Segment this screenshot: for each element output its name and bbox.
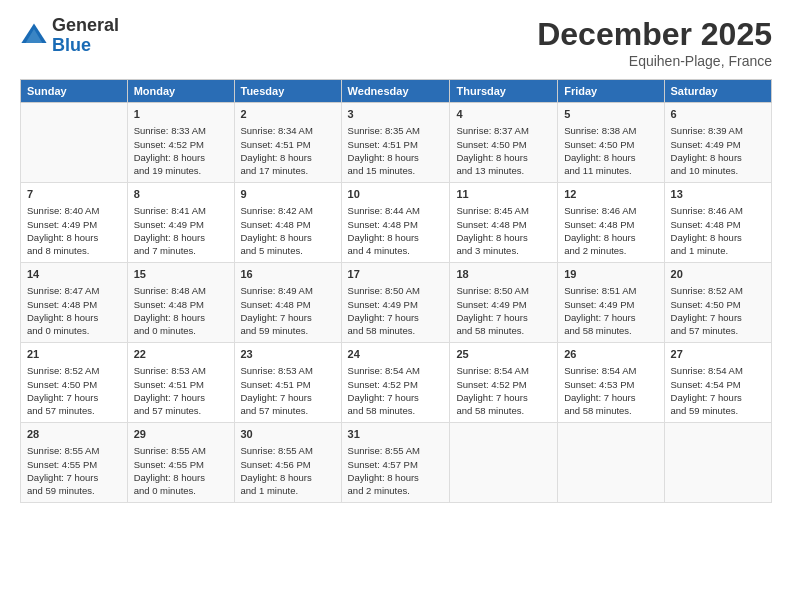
day-info: Sunrise: 8:48 AM: [134, 284, 228, 297]
day-info: and 10 minutes.: [671, 164, 765, 177]
day-number: 5: [564, 107, 657, 122]
day-info: Sunset: 4:48 PM: [241, 218, 335, 231]
day-info: Sunrise: 8:55 AM: [134, 444, 228, 457]
day-info: and 57 minutes.: [671, 324, 765, 337]
calendar-cell: 4Sunrise: 8:37 AMSunset: 4:50 PMDaylight…: [450, 103, 558, 183]
day-info: Sunrise: 8:54 AM: [348, 364, 444, 377]
calendar-cell: 26Sunrise: 8:54 AMSunset: 4:53 PMDayligh…: [558, 343, 664, 423]
calendar-cell: 8Sunrise: 8:41 AMSunset: 4:49 PMDaylight…: [127, 183, 234, 263]
day-info: and 58 minutes.: [456, 324, 551, 337]
calendar-cell: 1Sunrise: 8:33 AMSunset: 4:52 PMDaylight…: [127, 103, 234, 183]
day-info: Sunrise: 8:49 AM: [241, 284, 335, 297]
calendar-cell: 22Sunrise: 8:53 AMSunset: 4:51 PMDayligh…: [127, 343, 234, 423]
day-info: Sunrise: 8:53 AM: [134, 364, 228, 377]
day-number: 21: [27, 347, 121, 362]
day-info: Sunset: 4:48 PM: [456, 218, 551, 231]
day-number: 27: [671, 347, 765, 362]
logo-text: General Blue: [52, 16, 119, 56]
day-info: and 58 minutes.: [456, 404, 551, 417]
day-info: Daylight: 8 hours: [241, 231, 335, 244]
calendar-cell: 3Sunrise: 8:35 AMSunset: 4:51 PMDaylight…: [341, 103, 450, 183]
day-info: Daylight: 8 hours: [564, 231, 657, 244]
day-number: 29: [134, 427, 228, 442]
calendar-cell: 27Sunrise: 8:54 AMSunset: 4:54 PMDayligh…: [664, 343, 771, 423]
day-info: and 58 minutes.: [564, 324, 657, 337]
week-row-1: 7Sunrise: 8:40 AMSunset: 4:49 PMDaylight…: [21, 183, 772, 263]
logo-blue: Blue: [52, 36, 119, 56]
title-block: December 2025 Equihen-Plage, France: [537, 16, 772, 69]
day-info: Sunrise: 8:41 AM: [134, 204, 228, 217]
day-info: Sunset: 4:56 PM: [241, 458, 335, 471]
day-info: Sunrise: 8:39 AM: [671, 124, 765, 137]
day-info: Daylight: 8 hours: [134, 471, 228, 484]
day-info: Sunrise: 8:44 AM: [348, 204, 444, 217]
day-info: Sunset: 4:49 PM: [134, 218, 228, 231]
day-info: Sunset: 4:55 PM: [27, 458, 121, 471]
day-number: 20: [671, 267, 765, 282]
day-info: Sunset: 4:52 PM: [134, 138, 228, 151]
col-header-sunday: Sunday: [21, 80, 128, 103]
day-info: Sunset: 4:50 PM: [456, 138, 551, 151]
day-info: Sunrise: 8:45 AM: [456, 204, 551, 217]
day-info: and 57 minutes.: [134, 404, 228, 417]
day-number: 4: [456, 107, 551, 122]
day-info: and 7 minutes.: [134, 244, 228, 257]
day-info: Sunset: 4:48 PM: [134, 298, 228, 311]
calendar-cell: 29Sunrise: 8:55 AMSunset: 4:55 PMDayligh…: [127, 423, 234, 503]
day-info: and 0 minutes.: [134, 324, 228, 337]
day-info: Sunset: 4:49 PM: [456, 298, 551, 311]
day-info: Sunrise: 8:35 AM: [348, 124, 444, 137]
day-info: and 57 minutes.: [241, 404, 335, 417]
day-info: and 58 minutes.: [348, 404, 444, 417]
logo: General Blue: [20, 16, 119, 56]
day-info: Daylight: 8 hours: [671, 151, 765, 164]
day-info: Sunrise: 8:55 AM: [241, 444, 335, 457]
day-info: and 15 minutes.: [348, 164, 444, 177]
day-info: and 17 minutes.: [241, 164, 335, 177]
day-number: 13: [671, 187, 765, 202]
day-number: 6: [671, 107, 765, 122]
day-number: 23: [241, 347, 335, 362]
day-number: 3: [348, 107, 444, 122]
calendar-cell: 24Sunrise: 8:54 AMSunset: 4:52 PMDayligh…: [341, 343, 450, 423]
calendar-cell: 2Sunrise: 8:34 AMSunset: 4:51 PMDaylight…: [234, 103, 341, 183]
day-info: Daylight: 7 hours: [348, 391, 444, 404]
day-info: Sunset: 4:48 PM: [671, 218, 765, 231]
day-info: and 1 minute.: [241, 484, 335, 497]
calendar-table: SundayMondayTuesdayWednesdayThursdayFrid…: [20, 79, 772, 503]
calendar-cell: 31Sunrise: 8:55 AMSunset: 4:57 PMDayligh…: [341, 423, 450, 503]
day-number: 8: [134, 187, 228, 202]
week-row-0: 1Sunrise: 8:33 AMSunset: 4:52 PMDaylight…: [21, 103, 772, 183]
day-info: Sunrise: 8:34 AM: [241, 124, 335, 137]
day-info: Daylight: 7 hours: [241, 311, 335, 324]
day-info: Daylight: 8 hours: [564, 151, 657, 164]
day-info: Sunset: 4:51 PM: [348, 138, 444, 151]
day-info: Sunset: 4:49 PM: [348, 298, 444, 311]
calendar-cell: [21, 103, 128, 183]
day-info: and 2 minutes.: [564, 244, 657, 257]
day-info: Daylight: 8 hours: [134, 231, 228, 244]
day-number: 15: [134, 267, 228, 282]
day-info: Sunset: 4:48 PM: [27, 298, 121, 311]
calendar-cell: 5Sunrise: 8:38 AMSunset: 4:50 PMDaylight…: [558, 103, 664, 183]
col-header-saturday: Saturday: [664, 80, 771, 103]
calendar-cell: 6Sunrise: 8:39 AMSunset: 4:49 PMDaylight…: [664, 103, 771, 183]
day-info: Sunrise: 8:52 AM: [27, 364, 121, 377]
day-info: Sunrise: 8:53 AM: [241, 364, 335, 377]
calendar-cell: 10Sunrise: 8:44 AMSunset: 4:48 PMDayligh…: [341, 183, 450, 263]
day-number: 30: [241, 427, 335, 442]
day-info: and 8 minutes.: [27, 244, 121, 257]
col-header-friday: Friday: [558, 80, 664, 103]
day-number: 19: [564, 267, 657, 282]
logo-icon: [20, 22, 48, 50]
col-header-thursday: Thursday: [450, 80, 558, 103]
logo-general: General: [52, 16, 119, 36]
calendar-cell: 23Sunrise: 8:53 AMSunset: 4:51 PMDayligh…: [234, 343, 341, 423]
day-info: and 11 minutes.: [564, 164, 657, 177]
day-info: Daylight: 8 hours: [241, 151, 335, 164]
day-info: and 13 minutes.: [456, 164, 551, 177]
day-number: 9: [241, 187, 335, 202]
header: General Blue December 2025 Equihen-Plage…: [20, 16, 772, 69]
day-info: and 0 minutes.: [134, 484, 228, 497]
calendar-cell: 9Sunrise: 8:42 AMSunset: 4:48 PMDaylight…: [234, 183, 341, 263]
